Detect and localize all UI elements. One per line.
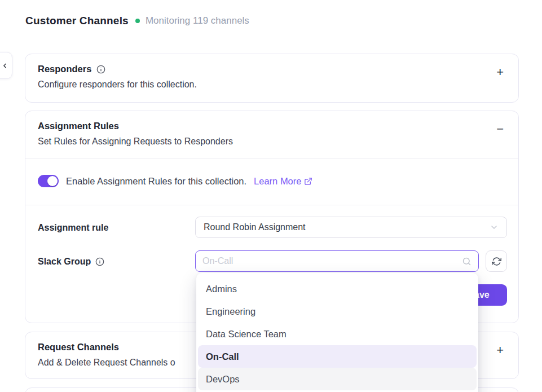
responders-expand-button[interactable]: + <box>494 65 506 80</box>
info-icon[interactable] <box>96 65 105 74</box>
responders-title: Responders <box>38 64 91 74</box>
search-icon <box>462 257 472 266</box>
enable-rules-toggle[interactable] <box>38 175 59 187</box>
dropdown-option-engineering[interactable]: Engineering <box>198 300 477 323</box>
assignment-rule-select[interactable]: Round Robin Assignment <box>195 217 507 238</box>
slack-group-search-box <box>195 250 479 272</box>
request-channels-title: Request Channels <box>38 342 119 353</box>
dropdown-option-admins[interactable]: Admins <box>198 278 477 300</box>
assignment-subtitle: Set Rules for Assigning Requests to Resp… <box>38 136 494 147</box>
page-title: Customer Channels <box>25 15 129 27</box>
slack-group-label: Slack Group <box>38 257 104 267</box>
responders-card: Responders Configure responders for this… <box>25 54 519 103</box>
responders-subtitle: Configure responders for this collection… <box>38 80 494 90</box>
toggle-knob <box>47 176 58 186</box>
learn-more-link[interactable]: Learn More <box>254 176 312 187</box>
monitoring-status: Monitoring 119 channels <box>146 15 249 27</box>
dropdown-option-on-call[interactable]: On-Call <box>198 345 477 368</box>
assignment-collapse-button[interactable]: − <box>494 122 506 136</box>
status-dot-icon <box>135 19 140 23</box>
slack-group-dropdown: Admins Engineering Data Science Team On-… <box>196 273 478 392</box>
dropdown-option-data-science-team[interactable]: Data Science Team <box>198 323 477 345</box>
assignment-rule-value: Round Robin Assignment <box>204 222 490 232</box>
divider <box>25 158 518 159</box>
page-header: Customer Channels Monitoring 119 channel… <box>25 15 249 27</box>
chevron-left-icon <box>1 62 8 69</box>
refresh-icon <box>492 257 501 266</box>
learn-more-label: Learn More <box>254 176 301 187</box>
assignment-title: Assignment Rules <box>38 121 119 131</box>
info-icon[interactable] <box>95 257 104 266</box>
dropdown-option-devops[interactable]: DevOps <box>198 368 477 390</box>
enable-rules-label: Enable Assignment Rules for this collect… <box>66 176 246 187</box>
request-channels-expand-button[interactable]: + <box>494 343 506 358</box>
assignment-rule-label: Assignment rule <box>38 223 108 233</box>
enable-rules-row: Enable Assignment Rules for this collect… <box>38 175 312 187</box>
chevron-down-icon <box>490 223 499 232</box>
external-link-icon <box>304 177 312 186</box>
slack-group-search-input[interactable] <box>202 256 462 266</box>
refresh-groups-button[interactable] <box>486 250 507 272</box>
sidebar-collapse-button[interactable] <box>0 52 12 79</box>
divider <box>25 205 518 205</box>
